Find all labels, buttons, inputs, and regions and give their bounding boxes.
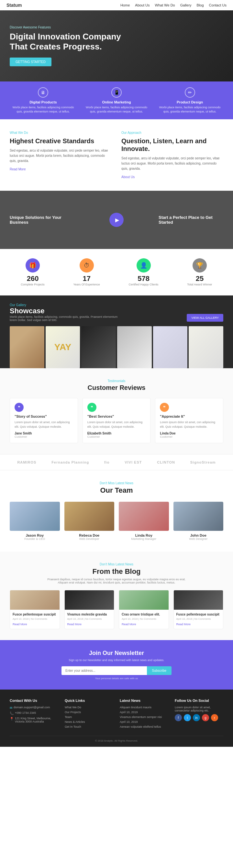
footer-columns: Contact With Us ✉ domain.support@gmail.c… [10, 699, 223, 730]
testimonial-role-2: Customer [160, 435, 219, 438]
footer-latestnews-title: Latest News [120, 699, 168, 703]
testimonials-title: Customer Reviews [10, 384, 223, 392]
footer-copyright: © 2018 Analytic. All Rights Reserved. [10, 736, 223, 742]
gallery-grid [10, 326, 223, 368]
nav-home[interactable]: Home [120, 3, 130, 7]
testimonial-author-2: Linda Doe [160, 432, 219, 435]
stat-awards: 🏆 25 Total Award Winner [187, 258, 212, 286]
hero-title: Digital Innovation Company That Creates … [10, 32, 126, 52]
google-icon[interactable]: g [202, 714, 209, 721]
gallery-img-2 [46, 326, 80, 368]
features-bar: 🖥 Digital Products Worbi place items, fa… [0, 82, 233, 119]
footer-link-1[interactable]: Our Projects [65, 711, 113, 714]
team-eyebrow: Don't Miss Latest News [10, 482, 223, 485]
nav-gallery[interactable]: Gallery [180, 3, 192, 7]
stat-num-projects: 260 [21, 275, 45, 283]
blog-post-date-3: April 10, 2018 | No Comments [176, 617, 221, 620]
footer-news-2: Aenean vulputate eleifend tellus [120, 725, 168, 728]
stat-projects: 🎁 260 Complete Projects [21, 258, 45, 286]
video-play-button[interactable] [109, 213, 124, 227]
footer-quicklinks-title: Quick Links [65, 699, 113, 703]
newsletter-email-input[interactable] [61, 666, 147, 675]
blog-eyebrow: Don't Miss Latest News [10, 562, 223, 566]
newsletter-section: Join Our Newsletter Sign up to our Newsl… [0, 640, 233, 689]
feature-icon-design: ✏ [185, 87, 195, 98]
newsletter-subscribe-button[interactable]: Subscribe [147, 666, 172, 675]
stat-label-experience: Years Of Experience [74, 283, 100, 286]
stat-num-awards: 25 [187, 275, 212, 283]
testimonial-role-1: Customer [87, 435, 146, 438]
testimonial-author-0: Jane Smith [14, 432, 73, 435]
testimonial-card-0: ❝ "Story of Success" Lorem ipsum dolor s… [10, 398, 78, 443]
testimonial-title-1: "Best Services" [87, 414, 146, 418]
what-we-do-body: Sed egestas, arcu id vulputate vulputate… [10, 148, 112, 163]
what-we-do-read-more[interactable]: Read More [10, 167, 26, 171]
blog-intro: Praesent dapibus, neque id cursus faucib… [45, 578, 188, 584]
stat-label-clients: Certified Happy Clients [129, 283, 158, 286]
about-us-link[interactable]: About Us [121, 175, 135, 179]
nav-what[interactable]: What We Do [155, 3, 175, 7]
gallery-desc: Morbi place items, facilisis adipiscing,… [10, 315, 120, 322]
blog-post-date-1: April 10, 2018 | No Comments [67, 617, 112, 620]
phone-icon: 📞 [10, 712, 13, 715]
gallery-title: Showcase [10, 307, 120, 315]
twitter-icon[interactable]: t [184, 714, 191, 721]
footer-link-4[interactable]: Get In Touch [65, 725, 113, 728]
nav-contact[interactable]: Contact Us [209, 3, 227, 7]
facebook-icon[interactable]: f [175, 714, 182, 721]
what-we-do-label: What We Do [10, 131, 112, 134]
gallery-img-1 [10, 326, 44, 368]
testimonial-body-0: Lorem ipsum dolor sit amet, con adipisci… [14, 420, 73, 429]
gallery-img-4 [117, 326, 152, 368]
blog-post-title-0: Fusce pellentesque suscipit [12, 612, 57, 617]
feature-title-design: Product Design [156, 100, 224, 104]
team-title: Our Team [10, 486, 223, 495]
stat-label-projects: Complete Projects [21, 283, 45, 286]
team-photo-1 [64, 502, 115, 531]
brands-bar: RAMIROS Fernanda Planning fio VIVI EST C… [0, 454, 233, 470]
footer-link-3[interactable]: News & Articles [65, 720, 113, 723]
blog-read-more-0[interactable]: Read More [12, 623, 27, 626]
team-photo-3 [173, 502, 224, 531]
blog-card-3: Fusce pellentesque suscipit April 10, 20… [173, 590, 224, 629]
view-all-gallery-button[interactable]: VIEW ALL GALLERY [187, 314, 223, 322]
hero-section: Discover Awesome Features Digital Innova… [0, 10, 233, 82]
quote-icon-2: ❝ [160, 403, 169, 412]
testimonial-author-1: Elizabeth Smith [87, 432, 146, 435]
footer-link-2[interactable]: Team [65, 715, 113, 719]
footer-address-text: 121 King Street, Melbourne, Victoria 300… [15, 717, 58, 723]
nav-links: Home About Us What We Do Gallery Blog Co… [120, 3, 227, 7]
blog-card-2: Cras ornare tristique elit. April 10, 20… [119, 590, 169, 629]
footer-link-0[interactable]: What We Do [65, 706, 113, 709]
what-we-do-title: Highest Creative Standards [10, 137, 112, 145]
team-card-1: Rebeca Doe Web Developer [64, 502, 115, 540]
footer-quicklinks-col: Quick Links What We Do Our Projects Team… [65, 699, 113, 730]
blog-img-2 [119, 590, 169, 610]
footer-email-text: domain.support@gmail.com [13, 706, 50, 709]
blog-read-more-2[interactable]: Read More [122, 623, 136, 626]
footer-contact-email: ✉ domain.support@gmail.com [10, 706, 58, 710]
hero-content: Discover Awesome Features Digital Innova… [10, 26, 223, 66]
testimonial-card-2: ❝ "Appreciate It" Lorem ipsum dolor sit … [155, 398, 223, 443]
what-we-do-col: What We Do Highest Creative Standards Se… [10, 131, 112, 179]
stat-clients: 👤 578 Certified Happy Clients [129, 258, 158, 286]
blog-read-more-3[interactable]: Read More [176, 623, 191, 626]
gallery-header-left: Our Gallery Showcase Morbi place items, … [10, 303, 120, 322]
blog-read-more-1[interactable]: Read More [67, 623, 82, 626]
footer-social-col: Follow Us On Social Lorem ipsum dolor si… [175, 699, 223, 730]
team-role-1: Web Developer [64, 537, 115, 540]
team-role-2: Marketing Manager [119, 537, 169, 540]
newsletter-note: Your personal details are safe with us [10, 677, 223, 680]
nav-blog[interactable]: Blog [197, 3, 204, 7]
rss-icon[interactable]: r [211, 714, 218, 721]
feature-title-digital: Digital Products [9, 100, 77, 104]
our-approach-col: Our Approach Question, Listen, Learn and… [121, 131, 223, 179]
team-cards: Jason Roy Founder & CEO Rebeca Doe Web D… [10, 502, 223, 540]
nav-about[interactable]: About Us [135, 3, 149, 7]
team-section: Don't Miss Latest News Our Team Jason Ro… [0, 470, 233, 552]
linkedin-icon[interactable]: in [193, 714, 200, 721]
navbar: Statum Home About Us What We Do Gallery … [0, 0, 233, 10]
video-right-text: Start a Perfect Place to Get Started [158, 215, 223, 225]
team-card-3: John Doe Web Designer [173, 502, 224, 540]
getting-started-button[interactable]: GETTING STARTED [10, 58, 52, 66]
